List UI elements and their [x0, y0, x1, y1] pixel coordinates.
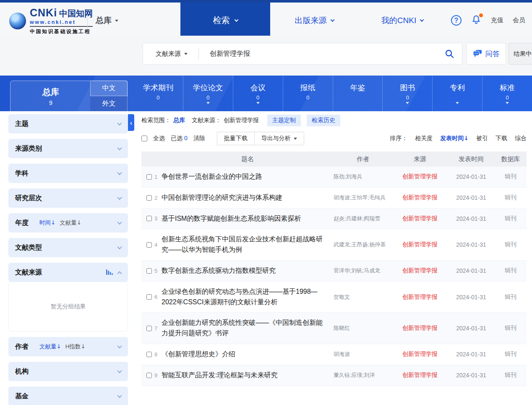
- row-checkbox[interactable]: [146, 216, 152, 221]
- batch-download-button[interactable]: 批量下载: [217, 132, 255, 145]
- result-source-link[interactable]: 创新管理学报: [392, 293, 448, 301]
- db-tab[interactable]: 学术期刊0: [133, 76, 183, 111]
- sidebar-sort-link[interactable]: H指数↓: [65, 343, 86, 350]
- sidebar-group-header[interactable]: 来源类别: [8, 139, 128, 158]
- db-tab[interactable]: 报纸0: [283, 76, 333, 111]
- result-date: 2024-01-31: [448, 194, 495, 201]
- result-source-link[interactable]: 创新管理学报: [392, 371, 448, 379]
- search-in-results-button[interactable]: 结果中检索: [509, 43, 532, 65]
- logo-url: www.cnki.net: [30, 19, 93, 27]
- header-date: 发表时间: [448, 155, 495, 163]
- result-source-link[interactable]: 创新管理学报: [392, 215, 448, 222]
- result-source-link[interactable]: 创新管理学报: [392, 241, 448, 248]
- qa-button[interactable]: 问答: [467, 43, 506, 65]
- member-link[interactable]: 会员: [513, 16, 525, 24]
- clear-selection-link[interactable]: 清除: [193, 135, 205, 142]
- result-source-link[interactable]: 创新管理学报: [392, 350, 448, 358]
- sort-option[interactable]: 被引: [476, 135, 488, 142]
- db-tab[interactable]: 专利: [432, 76, 482, 111]
- sidebar-group-header[interactable]: 基金: [8, 387, 128, 405]
- cnki-logo[interactable]: CNKi 中国知网 www.cnki.net 中国知识基础设施工程: [9, 7, 93, 35]
- scope-pill-button[interactable]: 检索历史: [307, 115, 340, 126]
- bar-chart-icon[interactable]: [106, 269, 113, 275]
- search-icon[interactable]: [444, 49, 454, 59]
- sidebar-group-header[interactable]: 文献来源: [8, 263, 128, 282]
- result-authors[interactable]: 菅泽华;刘钒;马成龙: [334, 267, 392, 275]
- search-field-selector[interactable]: 文献来源: [156, 50, 188, 58]
- db-tab[interactable]: 标准0: [482, 76, 532, 111]
- row-checkbox[interactable]: [146, 195, 152, 201]
- result-authors[interactable]: 贺敬文: [334, 293, 392, 301]
- row-checkbox[interactable]: [146, 326, 152, 331]
- sort-option[interactable]: 发表时间↓: [440, 135, 469, 142]
- result-authors[interactable]: 陈劲;刘海兵: [334, 172, 392, 181]
- sort-option[interactable]: 相关度: [415, 135, 433, 142]
- chevron-down-icon: [117, 344, 122, 348]
- result-authors[interactable]: 胡海波;王怡琴;毛纯兵: [334, 193, 392, 202]
- sidebar-group-header[interactable]: 研究层次: [8, 188, 128, 208]
- nav-tab-search[interactable]: 检索: [180, 3, 270, 38]
- sidebar-group-header[interactable]: 作者文献量↓H指数↓: [8, 337, 128, 356]
- db-tab[interactable]: 图书0: [382, 76, 432, 111]
- result-authors[interactable]: 赵炎;吕建林;阎瑞雪: [334, 214, 392, 223]
- result-title-link[interactable]: 企业绿色创新的研究动态与热点演进——基于1998—2022年CSSCI来源期刊的…: [162, 287, 334, 308]
- lang-toggle-foreign[interactable]: 外文: [90, 96, 128, 111]
- sort-option[interactable]: 下载: [495, 135, 507, 142]
- result-title-link[interactable]: 争创世界一流创新企业的中国之路: [162, 172, 334, 182]
- sort-option[interactable]: 综合: [515, 135, 527, 142]
- sidebar-sort-link[interactable]: 文献量↓: [39, 343, 61, 350]
- lang-toggle-chinese[interactable]: 中文: [90, 81, 128, 96]
- search-input[interactable]: 创新管理学报: [210, 50, 444, 58]
- select-all-checkbox[interactable]: [141, 136, 147, 141]
- sidebar-sort-link[interactable]: 文献量↓: [60, 219, 81, 227]
- scope-value-link[interactable]: 总库: [173, 117, 185, 124]
- row-checkbox[interactable]: [146, 352, 152, 357]
- result-source-link[interactable]: 创新管理学报: [392, 324, 448, 332]
- result-title-link[interactable]: 《创新管理思想史》介绍: [162, 349, 334, 360]
- db-tab[interactable]: 会议0: [233, 76, 283, 111]
- sidebar-group-header[interactable]: 机构: [8, 362, 128, 381]
- export-analyze-button[interactable]: 导出与分析: [254, 132, 304, 145]
- sidebar-group-header[interactable]: 年度时间↓文献量↓: [8, 213, 128, 233]
- result-title-link[interactable]: 中国创新管理理论的研究演进与体系构建: [162, 193, 334, 203]
- result-authors[interactable]: 武建龙;王昂扬;杨仲基: [334, 240, 392, 249]
- sidebar-group-label: 文献来源: [15, 268, 42, 277]
- select-all-label[interactable]: 全选: [153, 135, 165, 142]
- sidebar-group-label: 基金: [15, 392, 29, 401]
- result-source-link[interactable]: 创新管理学报: [392, 173, 448, 180]
- row-checkbox[interactable]: [146, 373, 152, 378]
- result-authors[interactable]: 胡海波: [334, 350, 392, 358]
- result-source-link[interactable]: 创新管理学报: [392, 194, 448, 201]
- notification-bell-icon[interactable]: [471, 14, 482, 27]
- toolbar-buttons: 批量下载 导出与分析: [217, 132, 304, 145]
- scope-pill-button[interactable]: 主题定制: [267, 115, 301, 126]
- result-title-link[interactable]: 智能互联产品开发:理论框架与未来研究: [162, 370, 334, 381]
- row-checkbox[interactable]: [146, 242, 152, 248]
- row-checkbox[interactable]: [146, 268, 152, 274]
- row-checkbox[interactable]: [146, 174, 152, 180]
- sidebar-group-header[interactable]: 文献类型: [8, 238, 128, 257]
- db-tab-main-count: 9: [49, 99, 52, 106]
- result-authors[interactable]: 董久钰;应瑛;刘洋: [334, 371, 392, 379]
- sidebar-group-label: 文献类型: [15, 243, 42, 252]
- db-tab[interactable]: 年鉴: [333, 76, 383, 111]
- result-title-link[interactable]: 数字创新生态系统驱动力指数模型研究: [162, 266, 334, 276]
- nav-tab-publications[interactable]: 出版来源: [270, 3, 358, 38]
- nav-tab-mycnki[interactable]: 我的CNKI: [358, 3, 446, 38]
- sidebar-sort-link[interactable]: 时间↓: [39, 219, 55, 227]
- result-authors[interactable]: 陈晓红: [334, 324, 392, 332]
- result-title-link[interactable]: 基于ISM的数字赋能创新生态系统影响因素探析: [162, 214, 334, 224]
- sidebar-group-header[interactable]: 主题: [8, 114, 128, 133]
- row-number: 4: [154, 242, 157, 248]
- db-tab[interactable]: 学位论文0: [183, 76, 233, 111]
- recharge-link[interactable]: 充值: [491, 16, 503, 24]
- result-source-link[interactable]: 创新管理学报: [392, 267, 448, 274]
- sidebar-collapse-button[interactable]: ‹: [128, 114, 134, 131]
- help-icon[interactable]: ?: [451, 15, 462, 26]
- result-title-link[interactable]: 创新生态系统视角下中国后发企业技术创新赶超战略研究——以华为智能手机为例: [162, 234, 334, 255]
- row-checkbox[interactable]: [146, 294, 152, 300]
- sidebar-group-header[interactable]: 学科: [8, 164, 128, 183]
- sidebar-group-controls: [118, 221, 121, 225]
- portal-switch[interactable]: 总库: [96, 15, 118, 26]
- result-title-link[interactable]: 企业创新能力研究的系统性突破——《中国制造创新能力提升问题研究》书评: [162, 318, 334, 339]
